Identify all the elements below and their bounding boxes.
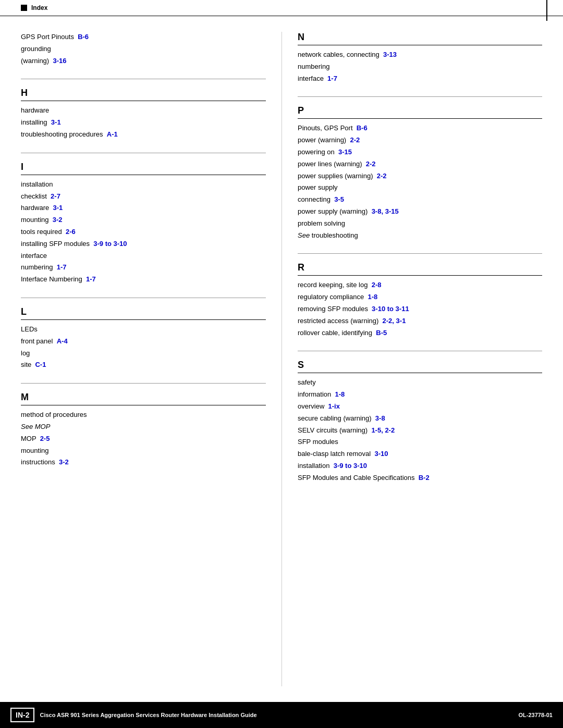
entry-ref[interactable]: 1-8 bbox=[335, 390, 345, 398]
entry-ref[interactable]: 3-9 to 3-10 bbox=[334, 462, 367, 470]
entry-text: SFP Modules and Cable Specifications bbox=[298, 474, 415, 482]
entry-ref[interactable]: 2-2 bbox=[377, 172, 387, 180]
entry-ref[interactable]: 1-7 bbox=[327, 75, 337, 82]
content-area: GPS Port Pinouts B-6 grounding (warning)… bbox=[0, 16, 563, 728]
entry-ref[interactable]: 3-1 bbox=[53, 204, 63, 212]
list-item: See MOP bbox=[21, 422, 266, 433]
entry-ref[interactable]: 2-6 bbox=[66, 228, 76, 236]
entry-text: numbering bbox=[298, 63, 329, 70]
section-header-R: R bbox=[298, 262, 542, 276]
list-item: troubleshooting procedures A-1 bbox=[21, 129, 266, 140]
entry-ref[interactable]: 2-2 bbox=[350, 136, 360, 144]
entry-text: log bbox=[21, 349, 30, 357]
entry-ref[interactable]: 3-2 bbox=[59, 458, 69, 466]
list-item: power lines (warning) 2-2 bbox=[298, 159, 542, 170]
entry-ref[interactable]: 3-8 bbox=[375, 414, 385, 422]
entry-text: mounting bbox=[21, 447, 48, 454]
page: Index GPS Port Pinouts B-6 grounding (wa… bbox=[0, 0, 563, 728]
entry-text: bale-clasp latch removal bbox=[298, 450, 371, 458]
footer-title: Cisco ASR 901 Series Aggregation Service… bbox=[40, 712, 256, 718]
entry-ref[interactable]: 3-5 bbox=[334, 195, 344, 203]
entry-text: hardware bbox=[21, 106, 49, 114]
list-item: installing SFP modules 3-9 to 3-10 bbox=[21, 239, 266, 250]
list-item: Pinouts, GPS Port B-6 bbox=[298, 123, 542, 134]
entry-ref[interactable]: 2-2, 3-1 bbox=[383, 317, 406, 325]
entry-ref[interactable]: A-4 bbox=[57, 337, 68, 345]
list-item: power supply (warning) 3-8, 3-15 bbox=[298, 206, 542, 217]
entry-text: troubleshooting procedures bbox=[21, 130, 103, 138]
entry-ref[interactable]: B-2 bbox=[419, 474, 430, 482]
section-H: H hardware installing 3-1 troubleshootin… bbox=[21, 88, 266, 140]
list-item: SFP Modules and Cable Specifications B-2 bbox=[298, 473, 542, 484]
entry-text: powering on bbox=[298, 148, 335, 156]
entry-text: site bbox=[21, 361, 31, 368]
entry-ref[interactable]: A-1 bbox=[107, 130, 118, 138]
top-bar: Index bbox=[0, 0, 563, 16]
section-header-H: H bbox=[21, 88, 266, 101]
entry-ref[interactable]: 1-7 bbox=[86, 275, 96, 283]
footer: IN-2 Cisco ASR 901 Series Aggregation Se… bbox=[0, 702, 563, 728]
entry-ref[interactable]: 2-5 bbox=[40, 435, 50, 442]
list-item: Interface Numbering 1-7 bbox=[21, 274, 266, 285]
top-right-border bbox=[546, 0, 547, 21]
entry-text: information bbox=[298, 390, 331, 398]
entry-text: LEDs bbox=[21, 325, 38, 333]
section-R: R record keeping, site log 2-8 regulator… bbox=[298, 262, 542, 338]
list-item: instructions 3-2 bbox=[21, 457, 266, 468]
section-P: P Pinouts, GPS Port B-6 power (warning) … bbox=[298, 105, 542, 241]
section-S: S safety information 1-8 overview 1-ix s… bbox=[298, 360, 542, 483]
list-item: overview 1-ix bbox=[298, 401, 542, 412]
intro-section: GPS Port Pinouts B-6 grounding (warning)… bbox=[21, 32, 266, 66]
entry-ref[interactable]: 3-2 bbox=[53, 216, 63, 224]
entry-text: hardware bbox=[21, 204, 49, 212]
list-item: connecting 3-5 bbox=[298, 194, 542, 205]
list-item: LEDs bbox=[21, 324, 266, 335]
entry-ref[interactable]: 3-8, 3-15 bbox=[372, 207, 399, 215]
entry-text: mounting bbox=[21, 216, 48, 224]
entry-ref[interactable]: 3-1 bbox=[51, 118, 61, 126]
list-item: numbering bbox=[298, 61, 542, 72]
entry-text: power supply bbox=[298, 183, 338, 191]
section-divider bbox=[298, 96, 542, 97]
entry-ref[interactable]: B-5 bbox=[376, 329, 387, 337]
section-divider bbox=[21, 298, 266, 298]
entry-ref[interactable]: 1-8 bbox=[368, 293, 377, 301]
entry-ref[interactable]: 3-9 to 3-10 bbox=[93, 240, 127, 248]
list-item: powering on 3-15 bbox=[298, 147, 542, 158]
list-item: hardware bbox=[21, 105, 266, 116]
entry-ref[interactable]: 3-16 bbox=[53, 57, 66, 65]
entry-ref[interactable]: 3-15 bbox=[338, 148, 352, 156]
entry-text: power lines (warning) bbox=[298, 160, 362, 168]
entry-text: troubleshooting bbox=[312, 231, 358, 239]
entry-ref[interactable]: B-6 bbox=[78, 33, 89, 41]
entry-ref[interactable]: 2-2 bbox=[366, 160, 376, 168]
entry-text: removing SFP modules bbox=[298, 305, 368, 313]
entry-text: Pinouts, GPS Port bbox=[298, 124, 353, 132]
entry-text: interface bbox=[298, 75, 324, 82]
entry-text: Interface Numbering bbox=[21, 275, 82, 283]
entry-ref[interactable]: 2-7 bbox=[51, 192, 60, 200]
entry-text: method of procedures bbox=[21, 411, 87, 418]
entry-ref[interactable]: B-6 bbox=[357, 124, 368, 132]
entry-ref[interactable]: 1-7 bbox=[57, 263, 67, 271]
list-item: power (warning) 2-2 bbox=[298, 135, 542, 146]
index-label: Index bbox=[31, 4, 47, 11]
entry-ref[interactable]: 3-13 bbox=[383, 51, 397, 58]
entry-text: See MOP bbox=[21, 423, 50, 430]
entry-text: instructions bbox=[21, 458, 55, 466]
entry-ref[interactable]: 3-10 to 3-11 bbox=[372, 305, 409, 313]
list-item: log bbox=[21, 348, 266, 359]
section-I: I installation checklist 2-7 hardware 3-… bbox=[21, 162, 266, 285]
entry-text: regulatory compliance bbox=[298, 293, 364, 301]
entry-ref[interactable]: 1-ix bbox=[328, 402, 340, 410]
list-item: rollover cable, identifying B-5 bbox=[298, 328, 542, 339]
entry-text: SELV circuits (warning) bbox=[298, 426, 368, 434]
list-item: tools required 2-6 bbox=[21, 227, 266, 238]
entry-ref[interactable]: C-1 bbox=[35, 361, 46, 368]
entry-ref[interactable]: 1-5, 2-2 bbox=[371, 426, 395, 434]
entry-text: installation bbox=[298, 462, 329, 470]
entry-ref[interactable]: 2-8 bbox=[372, 281, 382, 289]
entry-ref[interactable]: 3-10 bbox=[374, 450, 388, 458]
list-item: See troubleshooting bbox=[298, 230, 542, 241]
section-M: M method of procedures See MOP MOP 2-5 m… bbox=[21, 392, 266, 468]
